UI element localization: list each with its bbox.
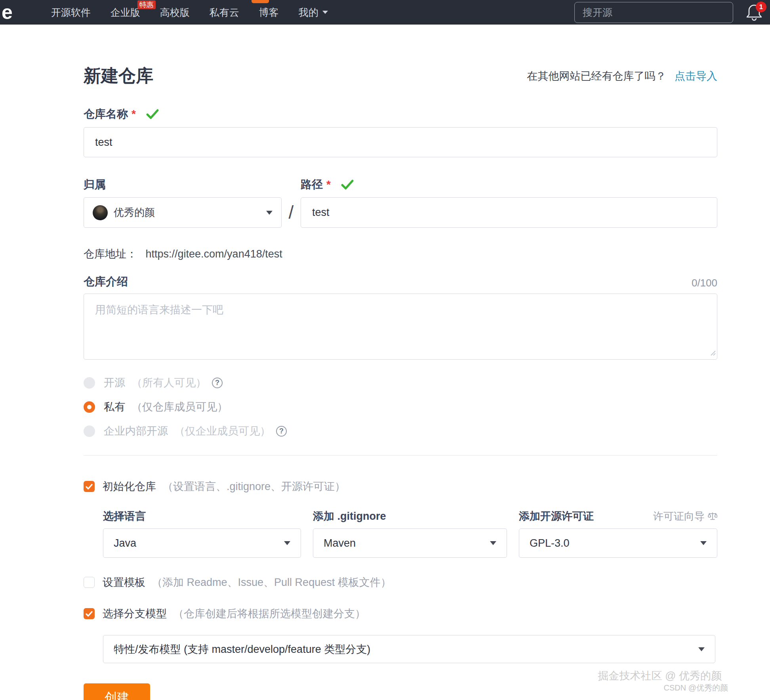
gitignore-column: 添加 .gitignore Maven	[313, 509, 507, 558]
valid-check-icon	[341, 179, 354, 190]
notification-count-badge: 1	[756, 2, 766, 12]
chevron-down-icon	[698, 647, 705, 651]
nav-item-opensource[interactable]: 开源软件	[41, 0, 101, 25]
gitee-logo[interactable]: e	[2, 1, 13, 24]
option-hint: （仅企业成员可见）	[174, 424, 271, 438]
gitignore-value: Maven	[324, 537, 356, 549]
help-icon[interactable]: ?	[212, 378, 223, 388]
option-name: 私有	[104, 400, 125, 414]
license-select[interactable]: GPL-3.0	[519, 528, 717, 558]
repo-url-value: https://gitee.com/yan418/test	[146, 248, 282, 260]
gitignore-label: 添加 .gitignore	[313, 509, 386, 523]
required-asterisk: *	[326, 178, 331, 191]
gitignore-select[interactable]: Maven	[313, 528, 507, 558]
branch-model-hint: （仓库创建后将根据所选模型创建分支）	[173, 607, 366, 621]
language-select[interactable]: Java	[103, 528, 301, 558]
branch-model-checkbox[interactable]	[84, 608, 95, 619]
init-repo-label: 初始化仓库	[103, 479, 156, 494]
repo-name-label: 仓库名称	[84, 107, 128, 122]
option-name: 企业内部开源	[104, 424, 168, 438]
branch-model-value: 特性/发布模型 (支持 master/develop/feature 类型分支)	[114, 642, 370, 656]
valid-check-icon	[146, 109, 159, 120]
radio-icon[interactable]	[84, 377, 95, 389]
avatar	[93, 205, 108, 220]
chevron-down-icon	[266, 211, 273, 215]
resize-handle-icon[interactable]	[709, 349, 716, 357]
init-repo-row: 初始化仓库 （设置语言、.gitignore、开源许可证）	[84, 479, 717, 494]
visibility-options: 开源 （所有人可见） ? 私有 （仅仓库成员可见） 企业内部开源 （仅企业成员可…	[84, 376, 717, 438]
new-repo-form: 新建仓库 在其他网站已经有仓库了吗？ 点击导入 仓库名称 * 归属 优秀的颜 /	[84, 64, 717, 700]
search-input[interactable]	[574, 2, 733, 23]
language-value: Java	[114, 537, 136, 549]
owner-label: 归属	[84, 177, 106, 192]
watermark-csdn: CSDN @优秀的颜	[663, 683, 728, 693]
owner-select[interactable]: 优秀的颜	[84, 197, 282, 228]
template-checkbox[interactable]	[84, 577, 95, 588]
template-hint: （添加 Readme、Issue、Pull Request 模板文件）	[152, 575, 391, 589]
nav-item-label: 开源软件	[51, 6, 91, 19]
nav-menu: 开源软件 企业版 特惠 高校版 私有云 博客 我的	[41, 0, 338, 25]
visibility-option-private[interactable]: 私有 （仅仓库成员可见）	[84, 400, 717, 414]
divider	[84, 455, 717, 456]
watermark-juejin: 掘金技术社区 @ 优秀的颜	[598, 669, 722, 683]
option-hint: （所有人可见）	[132, 376, 206, 390]
blog-badge	[252, 0, 269, 3]
license-column: 添加开源许可证 许可证向导 GPL-3.0	[519, 509, 717, 558]
chevron-down-icon	[284, 541, 290, 545]
nav-item-label: 企业版	[111, 6, 140, 19]
option-hint: （仅仓库成员可见）	[132, 400, 228, 414]
char-counter: 0/100	[692, 277, 717, 289]
nav-item-private-cloud[interactable]: 私有云	[200, 0, 249, 25]
repo-url-label: 仓库地址：	[84, 248, 137, 260]
repo-path-input[interactable]	[301, 197, 717, 228]
nav-item-blog[interactable]: 博客	[249, 0, 289, 25]
description-label: 仓库介绍	[84, 274, 128, 289]
help-icon[interactable]: ?	[276, 426, 287, 437]
license-wizard-link[interactable]: 许可证向导	[653, 509, 717, 523]
init-repo-hint: （设置语言、.gitignore、开源许可证）	[162, 479, 345, 494]
radio-icon[interactable]	[84, 425, 95, 437]
branch-model-select[interactable]: 特性/发布模型 (支持 master/develop/feature 类型分支)	[103, 635, 715, 663]
repo-name-input[interactable]	[84, 127, 717, 157]
nav-item-education[interactable]: 高校版	[150, 0, 200, 25]
branch-model-label: 选择分支模型	[103, 607, 167, 621]
nav-item-label: 我的	[299, 6, 318, 19]
nav-item-enterprise[interactable]: 企业版 特惠	[101, 0, 150, 25]
init-repo-checkbox[interactable]	[84, 481, 95, 492]
path-separator: /	[282, 177, 301, 228]
import-question: 在其他网站已经有仓库了吗？	[527, 70, 666, 82]
path-label: 路径	[301, 177, 323, 192]
visibility-option-public[interactable]: 开源 （所有人可见） ?	[84, 376, 717, 390]
description-textarea[interactable]	[84, 294, 717, 360]
language-label: 选择语言	[103, 509, 146, 523]
nav-item-label: 博客	[259, 6, 279, 19]
required-asterisk: *	[132, 108, 136, 120]
chevron-down-icon	[700, 541, 707, 545]
import-link[interactable]: 点击导入	[675, 70, 717, 82]
top-navbar: e 开源软件 企业版 特惠 高校版 私有云 博客 我的 1	[0, 0, 770, 25]
option-name: 开源	[104, 376, 125, 390]
nav-item-label: 私有云	[210, 6, 239, 19]
nav-item-mine[interactable]: 我的	[289, 0, 338, 25]
visibility-option-innersource[interactable]: 企业内部开源 （仅企业成员可见） ?	[84, 424, 717, 438]
template-row: 设置模板 （添加 Readme、Issue、Pull Request 模板文件）	[84, 575, 717, 589]
template-label: 设置模板	[103, 575, 145, 589]
create-button[interactable]: 创建	[84, 683, 150, 700]
owner-name: 优秀的颜	[114, 206, 155, 219]
branch-model-row: 选择分支模型 （仓库创建后将根据所选模型创建分支）	[84, 607, 717, 621]
language-column: 选择语言 Java	[103, 509, 301, 558]
scale-icon	[708, 511, 717, 521]
license-value: GPL-3.0	[530, 537, 570, 549]
notification-bell[interactable]: 1	[745, 2, 763, 23]
chevron-down-icon	[490, 541, 496, 545]
page-title: 新建仓库	[84, 64, 153, 88]
wizard-link-label: 许可证向导	[653, 509, 705, 523]
nav-item-label: 高校版	[160, 6, 190, 19]
chevron-down-icon	[322, 11, 328, 14]
license-label: 添加开源许可证	[519, 509, 594, 523]
radio-icon-selected[interactable]	[84, 401, 95, 413]
